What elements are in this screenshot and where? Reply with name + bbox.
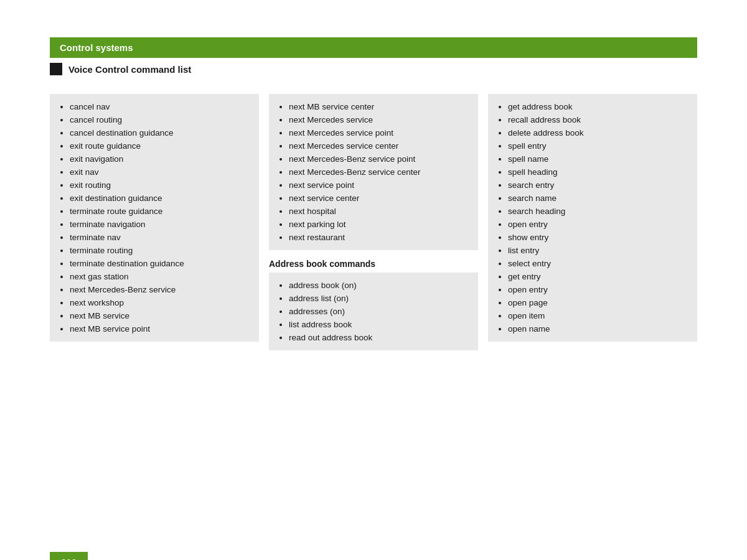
list-item: address book (on) bbox=[289, 279, 469, 292]
column-3: get address bookrecall address bookdelet… bbox=[488, 94, 697, 352]
list-item: terminate route guidance bbox=[70, 205, 250, 218]
black-square-icon bbox=[50, 63, 62, 75]
list-item: spell name bbox=[508, 152, 688, 166]
list-item: open item bbox=[508, 309, 688, 322]
list-item: next Mercedes-Benz service center bbox=[289, 166, 469, 179]
page-number-box: 310 bbox=[50, 552, 88, 560]
list-item: exit destination guidance bbox=[70, 192, 250, 205]
list-box-1-1: address book (on)address list (on)addres… bbox=[269, 273, 478, 350]
list-item: next Mercedes-Benz service bbox=[70, 283, 250, 296]
list-item: open entry bbox=[508, 218, 688, 231]
list-item: next hospital bbox=[289, 205, 469, 218]
list-item: next MB service center bbox=[289, 100, 469, 113]
list-item: spell entry bbox=[508, 139, 688, 152]
list-item: open page bbox=[508, 296, 688, 309]
list-item: next Mercedes service bbox=[289, 113, 469, 126]
list-item: open name bbox=[508, 322, 688, 335]
list-item: get address book bbox=[508, 100, 688, 113]
list-item: spell heading bbox=[508, 166, 688, 179]
list-box-1-0: next MB service centernext Mercedes serv… bbox=[269, 94, 478, 250]
list-item: terminate nav bbox=[70, 231, 250, 244]
list-item: next Mercedes service center bbox=[289, 139, 469, 152]
list-item: cancel destination guidance bbox=[70, 126, 250, 139]
columns-wrapper: cancel navcancel routingcancel destinati… bbox=[50, 94, 697, 352]
list-item: list address book bbox=[289, 318, 469, 331]
header-bar: Control systems bbox=[50, 37, 697, 58]
list-item: next gas station bbox=[70, 270, 250, 283]
list-item: next MB service point bbox=[70, 322, 250, 335]
list-item: list entry bbox=[508, 244, 688, 257]
list-item: next service point bbox=[289, 179, 469, 192]
list-item: exit navigation bbox=[70, 152, 250, 166]
list-item: cancel routing bbox=[70, 113, 250, 126]
list-item: open entry bbox=[508, 283, 688, 296]
list-item: select entry bbox=[508, 257, 688, 270]
list-item: next MB service bbox=[70, 309, 250, 322]
list-box-0-0: cancel navcancel routingcancel destinati… bbox=[50, 94, 259, 342]
header-title: Control systems bbox=[60, 42, 133, 53]
list-item: terminate navigation bbox=[70, 218, 250, 231]
sub-header: Voice Control command list bbox=[50, 63, 697, 75]
page-number: 310 bbox=[61, 557, 77, 560]
list-item: search name bbox=[508, 192, 688, 205]
list-item: next workshop bbox=[70, 296, 250, 309]
list-item: terminate routing bbox=[70, 244, 250, 257]
list-item: search entry bbox=[508, 179, 688, 192]
list-item: exit routing bbox=[70, 179, 250, 192]
list-item: next restaurant bbox=[289, 231, 469, 244]
list-item: next service center bbox=[289, 192, 469, 205]
list-item: read out address book bbox=[289, 331, 469, 344]
section-heading-1: Address book commands bbox=[269, 259, 478, 269]
list-item: show entry bbox=[508, 231, 688, 244]
list-item: next Mercedes-Benz service point bbox=[289, 152, 469, 166]
list-item: cancel nav bbox=[70, 100, 250, 113]
list-item: next parking lot bbox=[289, 218, 469, 231]
list-item: exit route guidance bbox=[70, 139, 250, 152]
list-item: terminate destination guidance bbox=[70, 257, 250, 270]
page-wrapper: Control systems Voice Control command li… bbox=[0, 37, 747, 560]
column-1: cancel navcancel routingcancel destinati… bbox=[50, 94, 259, 352]
list-item: search heading bbox=[508, 205, 688, 218]
list-item: recall address book bbox=[508, 113, 688, 126]
list-item: exit nav bbox=[70, 166, 250, 179]
list-item: next Mercedes service point bbox=[289, 126, 469, 139]
list-item: delete address book bbox=[508, 126, 688, 139]
column-2: next MB service centernext Mercedes serv… bbox=[269, 94, 478, 352]
list-item: address list (on) bbox=[289, 292, 469, 305]
sub-header-title: Voice Control command list bbox=[68, 64, 191, 75]
list-box-2-0: get address bookrecall address bookdelet… bbox=[488, 94, 697, 342]
list-item: addresses (on) bbox=[289, 305, 469, 318]
list-item: get entry bbox=[508, 270, 688, 283]
